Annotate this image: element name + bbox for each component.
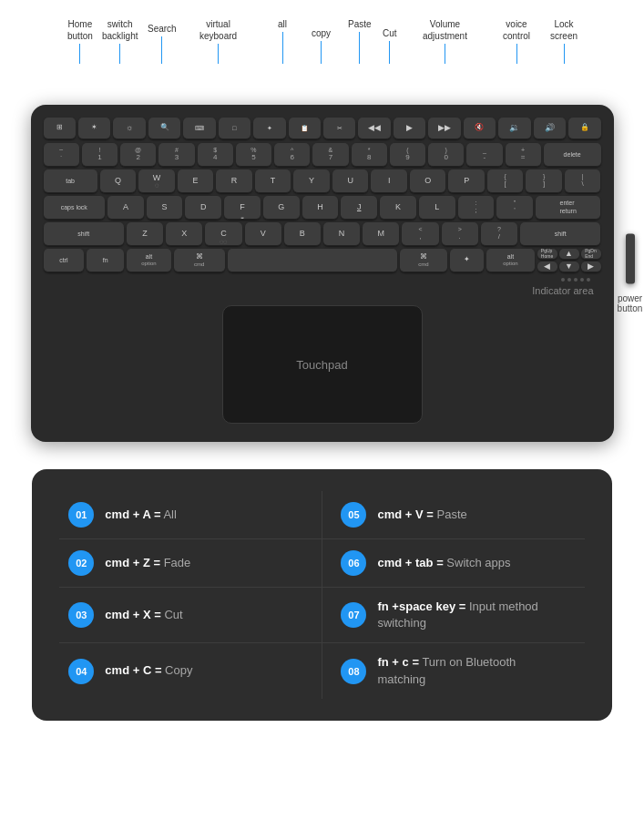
key-b[interactable]: B xyxy=(284,222,321,246)
power-button[interactable] xyxy=(626,234,635,284)
key-caps-lock[interactable]: caps lock xyxy=(44,196,106,220)
key-left[interactable]: ◀ xyxy=(537,261,557,272)
touchpad[interactable]: Touchpad xyxy=(222,305,423,424)
key-right-shift[interactable]: shift xyxy=(520,222,600,246)
shortcut-03-text: cmd + X = Cut xyxy=(105,607,182,623)
key-f[interactable]: F_ xyxy=(224,196,261,220)
key-left-alt[interactable]: altoption xyxy=(127,249,170,272)
key-tilde[interactable]: ~` xyxy=(44,143,79,167)
key-vol-down[interactable]: 🔉 xyxy=(498,118,530,139)
key-paste[interactable]: 📋 xyxy=(289,118,321,139)
key-period[interactable]: >. xyxy=(442,222,478,246)
badge-04: 04 xyxy=(68,659,94,684)
key-home[interactable]: ⊞ xyxy=(44,118,76,139)
key-t[interactable]: T xyxy=(255,169,291,193)
key-m[interactable]: M xyxy=(363,222,399,246)
key-rbracket[interactable]: }] xyxy=(526,169,562,193)
key-mute[interactable]: 🔇 xyxy=(464,118,496,139)
key-s[interactable]: S xyxy=(147,196,183,220)
shortcut-06-text: cmd + tab = Switch apps xyxy=(377,555,510,571)
key-a[interactable]: A xyxy=(107,196,144,220)
power-button-area: power button xyxy=(612,234,645,313)
key-w[interactable]: W◌ xyxy=(138,169,175,193)
key-3[interactable]: #3 xyxy=(158,143,194,167)
key-semicolon[interactable]: :; xyxy=(458,196,495,220)
badge-05: 05 xyxy=(341,502,366,528)
key-backslash[interactable]: |\ xyxy=(565,169,601,193)
key-h[interactable]: H xyxy=(302,196,339,220)
key-r[interactable]: R xyxy=(216,169,252,193)
key-play[interactable]: ▶ xyxy=(394,118,425,139)
key-slash[interactable]: ?/ xyxy=(481,222,517,246)
key-all[interactable]: ✦ xyxy=(253,118,285,139)
key-search[interactable]: 🔍 xyxy=(148,118,180,139)
key-lock[interactable]: 🔒 xyxy=(568,118,600,139)
key-9[interactable]: (9 xyxy=(390,143,425,167)
key-left-cmd[interactable]: ⌘cmd xyxy=(174,249,225,272)
key-j[interactable]: J xyxy=(341,196,377,220)
key-minus[interactable]: _- xyxy=(466,143,502,167)
key-4[interactable]: $4 xyxy=(198,143,233,167)
key-enter[interactable]: enterreturn xyxy=(536,196,601,220)
key-c[interactable]: C◌◌ xyxy=(205,222,241,246)
key-cut[interactable]: ✂ xyxy=(323,118,355,139)
key-y[interactable]: Y xyxy=(293,169,330,193)
key-virtual-kb[interactable]: ⌨ xyxy=(183,118,215,139)
key-space[interactable] xyxy=(228,249,397,272)
badge-07: 07 xyxy=(341,602,366,628)
key-pgdn[interactable]: PgDnEnd xyxy=(581,249,601,260)
key-2[interactable]: @2 xyxy=(120,143,156,167)
key-plus[interactable]: += xyxy=(506,143,541,167)
key-q[interactable]: Q xyxy=(100,169,137,193)
key-8[interactable]: *8 xyxy=(352,143,387,167)
shortcut-05-text: cmd + V = Paste xyxy=(377,507,466,523)
key-f6[interactable]: □ xyxy=(219,118,250,139)
key-up[interactable]: ▲ xyxy=(559,249,579,260)
key-delete[interactable]: delete xyxy=(544,143,601,167)
key-0[interactable]: )0 xyxy=(428,143,464,167)
key-right[interactable]: ▶ xyxy=(581,261,601,272)
key-left-shift[interactable]: shift xyxy=(44,222,124,246)
key-7[interactable]: &7 xyxy=(312,143,348,167)
key-v[interactable]: V xyxy=(245,222,281,246)
key-z[interactable]: Z xyxy=(127,222,163,246)
key-comma[interactable]: <, xyxy=(402,222,438,246)
label-lock-screen: Lockscreen xyxy=(550,18,578,64)
key-1[interactable]: !1 xyxy=(82,143,118,167)
key-g[interactable]: G xyxy=(263,196,300,220)
key-ctrl[interactable]: ctrl xyxy=(44,249,85,272)
shortcut-02-text: cmd + Z = Fade xyxy=(105,555,190,571)
key-quote[interactable]: "' xyxy=(496,196,533,220)
key-6[interactable]: ^6 xyxy=(274,143,310,167)
key-5[interactable]: %5 xyxy=(236,143,271,167)
key-right-cmd[interactable]: ⌘cmd xyxy=(400,249,447,272)
label-cut: Cut xyxy=(383,27,397,64)
key-siri[interactable]: ✦ xyxy=(450,249,484,272)
key-prev[interactable]: ◀◀ xyxy=(358,118,390,139)
key-u[interactable]: U xyxy=(332,169,369,193)
key-right-alt[interactable]: altoption xyxy=(486,249,534,272)
key-d[interactable]: D xyxy=(185,196,221,220)
key-pgup[interactable]: PgUpHome xyxy=(537,249,557,260)
key-i[interactable]: I xyxy=(371,169,407,193)
touchpad-label: Touchpad xyxy=(296,358,347,372)
key-next[interactable]: ▶▶ xyxy=(428,118,460,139)
key-tab[interactable]: tab xyxy=(44,169,97,193)
shortcut-04: 04 cmd + C = Copy xyxy=(59,643,322,698)
key-l[interactable]: L xyxy=(419,196,455,220)
key-lbracket[interactable]: {[ xyxy=(487,169,524,193)
key-x[interactable]: X xyxy=(166,222,202,246)
label-volume: Volumeadjustment xyxy=(423,18,467,64)
key-o[interactable]: O xyxy=(410,169,446,193)
label-virtual-keyboard: virtualkeyboard xyxy=(199,18,237,64)
key-vol-up[interactable]: 🔊 xyxy=(534,118,566,139)
key-fn[interactable]: fn xyxy=(87,249,124,272)
key-down[interactable]: ▼ xyxy=(559,261,579,272)
shortcut-01: 01 cmd + A = All xyxy=(59,491,322,539)
key-p[interactable]: P xyxy=(448,169,485,193)
key-backlight-off[interactable]: ✶ xyxy=(78,118,110,139)
key-backlight-on[interactable]: ☼ xyxy=(113,118,145,139)
key-k[interactable]: K xyxy=(380,196,416,220)
key-n[interactable]: N xyxy=(323,222,360,246)
key-e[interactable]: E xyxy=(178,169,214,193)
